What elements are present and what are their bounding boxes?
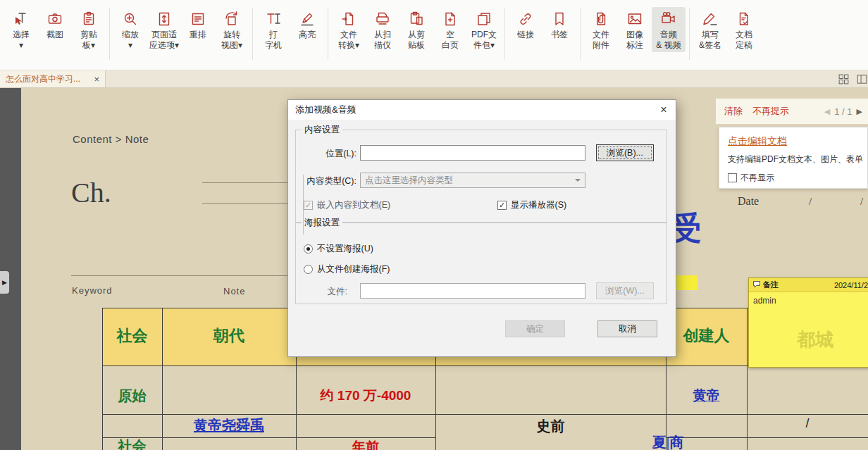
cancel-button[interactable]: 取消 xyxy=(597,320,657,337)
poster-settings-legend: 海报设置 xyxy=(302,217,342,229)
toolbar-label: 文档 xyxy=(736,30,752,40)
toolbar-button-zoom[interactable]: 缩放 ▾ xyxy=(113,7,147,52)
toolbar-button-rotate-view[interactable]: 旋转 视图▾ xyxy=(215,7,249,52)
toolbar-button-blank-page[interactable]: 空 白页 xyxy=(433,7,467,52)
table-cell-time: 年前 xyxy=(296,438,435,450)
image-annotation-icon xyxy=(626,8,643,30)
browse-location-button[interactable]: 浏览(B)... xyxy=(596,144,654,161)
clear-button[interactable]: 清除 xyxy=(724,105,743,118)
toolbar-button-highlight[interactable]: 高亮 xyxy=(290,7,324,42)
fit-page-icon xyxy=(156,8,173,30)
chevron-down-icon xyxy=(575,179,581,185)
toolbar-label: 缩放 xyxy=(122,30,139,40)
table-cell-period: 史前 xyxy=(435,417,666,436)
sticky-note-author: admin xyxy=(753,296,776,306)
embed-content-label: 嵌入内容到文档(E) xyxy=(317,199,390,211)
next-page-icon[interactable]: ▶ xyxy=(857,107,862,116)
toolbar-button-fill-sign[interactable]: 填写 &签名 xyxy=(693,7,727,52)
toolbar-button-pdf-package[interactable]: PDF文 件包▾ xyxy=(467,7,501,52)
sticky-note-header: 备注 2024/11/2 xyxy=(749,278,868,292)
toolbar-button-select[interactable]: 选择 ▾ xyxy=(4,7,38,52)
typewriter-icon xyxy=(265,8,282,30)
from-file-poster-radio[interactable] xyxy=(304,265,313,274)
browse-poster-button[interactable]: 浏览(W)... xyxy=(596,282,654,299)
dont-show-label: 不再显示 xyxy=(740,172,774,184)
toolbar-label: 描仪 xyxy=(374,40,391,51)
toolbar-button-typewriter[interactable]: 打 字机 xyxy=(256,7,290,52)
prev-page-icon[interactable]: ◀ xyxy=(824,107,830,116)
dont-show-checkbox[interactable] xyxy=(728,173,737,182)
from-clipboard-icon xyxy=(408,8,425,30)
toolbar-label: 图像 xyxy=(626,30,643,40)
location-input[interactable] xyxy=(360,145,585,161)
toolbar-label: 转换▾ xyxy=(338,40,359,51)
toolbar-label: &签名 xyxy=(699,40,721,51)
from-file-poster-row: 从文件创建海报(F) xyxy=(304,263,390,275)
toolbar-label: ▾ xyxy=(128,40,132,51)
toolbar-button-reflow[interactable]: 重排 xyxy=(181,7,215,42)
doc-note-label: Note xyxy=(223,286,245,296)
toolbar-label: 重排 xyxy=(190,30,206,40)
pdf-package-icon xyxy=(476,8,492,30)
doc-rule xyxy=(71,275,304,276)
toolbar-button-doc-finalize[interactable]: 文档 定稿 xyxy=(727,7,761,52)
document-tab[interactable]: 怎么面对高中学习... × xyxy=(0,70,106,87)
doc-breadcrumb: Content > Note xyxy=(73,133,149,145)
toolbar-button-file-convert[interactable]: 文件 转换▾ xyxy=(332,7,366,52)
toolbar-button-link[interactable]: 链接 xyxy=(509,7,542,42)
embed-content-checkbox[interactable]: ✓ xyxy=(304,201,313,210)
tab-close-icon[interactable]: × xyxy=(94,74,99,85)
select-cursor-icon xyxy=(13,8,30,30)
toolbar-separator xyxy=(252,8,253,60)
toolbar-button-from-clipboard[interactable]: 从剪 贴板 xyxy=(399,7,433,52)
toolbar-label: ▾ xyxy=(19,40,23,51)
pdf-editor-window: 选择 ▾ 截图 剪贴 板▾ 缩放 ▾ 页面适 应选项▾ 重排 xyxy=(0,0,868,450)
content-type-dropdown[interactable]: 点击这里选择内容类型 xyxy=(360,173,585,188)
toolbar-label: 贴板 xyxy=(408,40,425,51)
table-cell-dynasty-link[interactable]: 黄帝尧舜禹 xyxy=(162,416,296,435)
table-header-dynasty: 朝代 xyxy=(162,325,296,346)
toolbar-button-from-scanner[interactable]: 从扫 描仪 xyxy=(366,7,399,52)
toolbar-label: 应选项▾ xyxy=(149,40,179,51)
table-cell-society: 原始 xyxy=(102,387,162,406)
toolbar-label: 件包▾ xyxy=(473,40,495,51)
toolbar-label: & 视频 xyxy=(656,40,681,51)
toolbar-label: 填写 xyxy=(702,30,719,40)
layout-view-icon[interactable] xyxy=(856,73,868,85)
thumbnail-view-icon[interactable] xyxy=(838,73,850,85)
toolbar-label: 文件 xyxy=(593,30,609,40)
toolbar-button-fit-options[interactable]: 页面适 应选项▾ xyxy=(147,7,181,52)
comment-bubble-icon xyxy=(752,280,761,290)
dialog-title-bar[interactable]: 添加视频&音频 × xyxy=(288,100,676,120)
edit-document-link[interactable]: 点击编辑文档 xyxy=(728,135,787,146)
doc-date-slash: / xyxy=(809,196,812,208)
toolbar-button-file-attachment[interactable]: 文件 附件 xyxy=(584,7,618,52)
toolbar-button-audio-video[interactable]: 音频 & 视频 xyxy=(652,7,686,52)
toolbar-separator xyxy=(689,8,690,60)
panel-expand-toggle[interactable]: ▶ xyxy=(0,271,9,294)
poster-file-input[interactable] xyxy=(360,283,585,299)
toolbar-button-clipboard[interactable]: 剪贴 板▾ xyxy=(72,7,106,52)
show-player-checkbox[interactable]: ✓ xyxy=(497,201,507,210)
dialog-close-icon[interactable]: × xyxy=(652,100,676,120)
left-panel-strip xyxy=(0,87,21,450)
toolbar-label: 截图 xyxy=(46,30,63,40)
toolbar-label: 音频 xyxy=(660,30,677,40)
table-cell-founder-link[interactable]: 黄帝 xyxy=(666,387,747,405)
toolbar-button-image-annotation[interactable]: 图像 标注 xyxy=(618,7,652,52)
toolbar-button-bookmark[interactable]: 书签 xyxy=(542,7,576,42)
toolbar-label: 选择 xyxy=(13,30,30,40)
toolbar-label: 字机 xyxy=(265,40,282,51)
dont-remind-button[interactable]: 不再提示 xyxy=(752,105,789,118)
toolbar-label: 链接 xyxy=(517,30,534,40)
toolbar-label: 视图▾ xyxy=(221,40,242,51)
no-poster-radio[interactable] xyxy=(304,244,313,254)
toolbar-separator xyxy=(504,8,505,60)
toolbar-label: 文件 xyxy=(340,30,357,40)
file-convert-icon xyxy=(340,8,357,30)
table-header-founder: 创建人 xyxy=(666,325,747,346)
ok-button[interactable]: 确定 xyxy=(505,320,565,337)
sticky-note-annotation[interactable]: 备注 2024/11/2 admin 都城 xyxy=(748,277,868,368)
attachment-icon xyxy=(593,8,609,30)
toolbar-button-screenshot[interactable]: 截图 xyxy=(38,7,72,42)
